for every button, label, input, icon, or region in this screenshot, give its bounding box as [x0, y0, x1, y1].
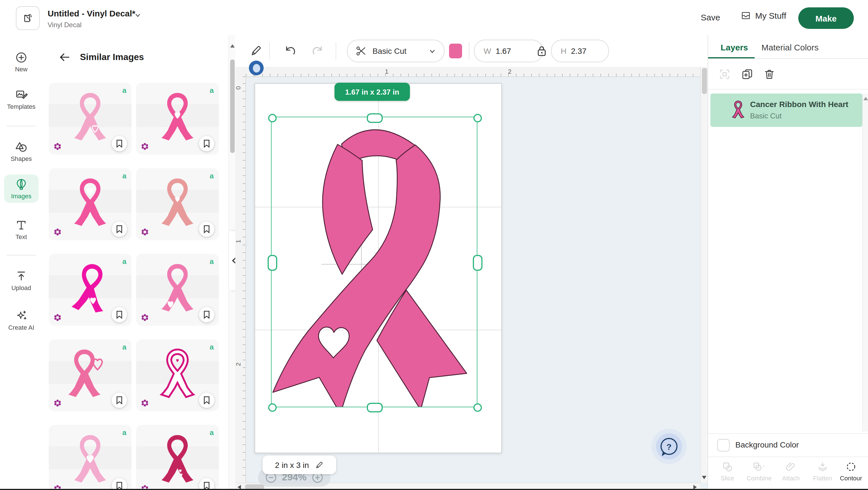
- scrollbar-thumb[interactable]: [702, 68, 707, 94]
- image-thumbnail[interactable]: a: [136, 425, 219, 490]
- resize-handle-bottom-right[interactable]: [473, 403, 482, 412]
- image-thumbnail[interactable]: a: [49, 425, 131, 490]
- image-results-grid: a a a a: [49, 83, 219, 490]
- nav-item-new[interactable]: New: [4, 47, 38, 76]
- image-thumbnail[interactable]: a: [136, 339, 219, 411]
- bookmark-button[interactable]: [112, 136, 127, 151]
- toolbar-divider: [269, 42, 270, 60]
- bookmark-button[interactable]: [199, 307, 214, 322]
- flower-badge-icon: [141, 143, 149, 150]
- combine-icon: [752, 461, 767, 472]
- flower-badge-icon: [54, 314, 61, 321]
- tab-material-colors[interactable]: Material Colors: [762, 42, 819, 52]
- bookmark-button[interactable]: [199, 136, 214, 151]
- my-stuff-button[interactable]: My Stuff: [740, 10, 786, 21]
- templates-icon: [14, 88, 28, 101]
- layer-tools-bar: Slice Combine Attach Flatten Contour: [708, 457, 868, 490]
- make-button[interactable]: Make: [798, 7, 854, 29]
- project-icon-button[interactable]: [16, 6, 40, 30]
- ribbon-thumbnail: [68, 262, 112, 315]
- color-swatch[interactable]: [449, 44, 462, 58]
- ribbon-thumbnail: [155, 176, 199, 230]
- resize-handle-top-right[interactable]: [473, 113, 482, 122]
- actions-divider: [708, 89, 868, 90]
- save-button[interactable]: Save: [701, 12, 720, 22]
- edit-pencil-icon[interactable]: [249, 44, 262, 57]
- duplicate-icon[interactable]: [741, 68, 753, 80]
- image-thumbnail[interactable]: a: [49, 168, 131, 240]
- document-title-caret-icon[interactable]: [134, 12, 141, 19]
- bookmark-button[interactable]: [199, 393, 214, 408]
- canvas-vertical-scrollbar[interactable]: [700, 67, 708, 483]
- select-frame-icon: [718, 68, 731, 80]
- background-color-checkbox[interactable]: [717, 439, 730, 452]
- resize-handle-bottom[interactable]: [367, 402, 383, 412]
- nav-item-upload[interactable]: Upload: [4, 266, 38, 295]
- new-plus-circle-icon: [15, 51, 28, 64]
- slice-icon: [722, 461, 733, 472]
- nav-item-templates[interactable]: Templates: [4, 85, 38, 113]
- access-badge-icon: a: [210, 172, 214, 180]
- images-balloon-icon: [15, 178, 28, 191]
- inbox-icon: [740, 10, 751, 21]
- help-button[interactable]: ?: [656, 433, 682, 459]
- nav-label: Text: [16, 233, 27, 240]
- document-subtitle: Vinyl Decal: [48, 21, 82, 29]
- ribbon-thumbnail: [155, 262, 199, 315]
- nav-item-shapes[interactable]: Shapes: [4, 137, 38, 165]
- scroll-down-arrow-icon[interactable]: [702, 476, 706, 479]
- bookmark-button[interactable]: [199, 222, 214, 237]
- image-thumbnail[interactable]: a: [136, 83, 219, 155]
- bookmark-button[interactable]: [112, 222, 127, 237]
- ruler-corner: [235, 67, 246, 77]
- flower-badge-icon: [141, 314, 149, 321]
- scroll-up-arrow-icon[interactable]: [230, 44, 235, 47]
- document-title[interactable]: Untitled - Vinyl Decal*: [48, 8, 135, 18]
- ruler-label: 0: [235, 86, 242, 90]
- undo-icon[interactable]: [283, 44, 297, 58]
- bookmark-button[interactable]: [112, 393, 127, 408]
- image-thumbnail[interactable]: a: [49, 339, 131, 411]
- lock-icon[interactable]: [537, 45, 547, 57]
- scissors-icon: [355, 45, 367, 57]
- layer-item-cancer-ribbon[interactable]: Cancer Ribbon With Heart Basic Cut: [710, 94, 862, 127]
- similar-images-panel: Similar Images a a a: [42, 35, 236, 490]
- image-thumbnail[interactable]: a: [49, 83, 131, 155]
- access-badge-icon: a: [210, 257, 214, 266]
- attach-paperclip-icon: [785, 461, 797, 472]
- bookmark-button[interactable]: [199, 478, 214, 490]
- linetype-dropdown[interactable]: Basic Cut: [347, 40, 444, 62]
- resize-handle-top-left[interactable]: [268, 113, 276, 122]
- width-input[interactable]: W 1.67: [474, 40, 543, 62]
- image-thumbnail[interactable]: a: [136, 254, 219, 326]
- nav-label: Upload: [11, 284, 31, 291]
- canvas-toolbar: Basic Cut W 1.67 H 2.37: [235, 35, 708, 67]
- nav-item-create-ai[interactable]: Create AI: [4, 306, 38, 334]
- resize-handle-left[interactable]: [267, 255, 277, 270]
- nav-label: Shapes: [11, 155, 32, 162]
- nav-label: Images: [11, 193, 31, 199]
- sparkle-ai-icon: [15, 309, 28, 322]
- canvas-area: Basic Cut W 1.67 H 2.37 1 2 0 1: [235, 35, 708, 490]
- contour-button[interactable]: Contour: [835, 461, 867, 482]
- scrollbar-thumb[interactable]: [230, 60, 235, 153]
- resize-handle-bottom-left[interactable]: [268, 403, 276, 412]
- bookmark-button[interactable]: [112, 307, 127, 322]
- trash-icon[interactable]: [763, 68, 776, 80]
- image-thumbnail[interactable]: a: [136, 168, 219, 240]
- flower-badge-icon: [141, 399, 149, 407]
- ribbon-thumbnail: [68, 91, 112, 144]
- scroll-up-arrow-icon[interactable]: [864, 97, 868, 100]
- layer-list-scrollbar[interactable]: [862, 94, 868, 432]
- back-arrow-icon[interactable]: [60, 53, 70, 62]
- height-input[interactable]: H 2.37: [551, 40, 609, 62]
- mat-size-button[interactable]: 2 in x 3 in: [262, 455, 336, 474]
- nav-item-images[interactable]: Images: [4, 174, 38, 203]
- bookmark-button[interactable]: [112, 478, 127, 490]
- image-thumbnail[interactable]: a: [49, 254, 131, 326]
- panel-title: Similar Images: [80, 52, 144, 62]
- tab-layers[interactable]: Layers: [721, 42, 748, 52]
- resize-handle-right[interactable]: [472, 255, 482, 270]
- resize-handle-top[interactable]: [367, 113, 383, 123]
- nav-item-text[interactable]: Text: [4, 215, 38, 243]
